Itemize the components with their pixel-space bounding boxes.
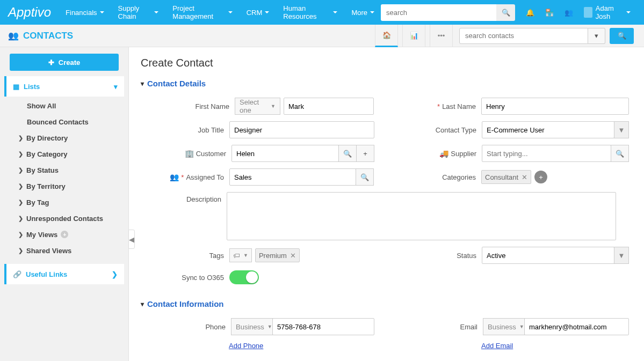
sub-search-button[interactable]: 🔍 <box>610 28 634 44</box>
menu-supply-chain[interactable]: Supply Chain <box>112 4 165 20</box>
create-button[interactable]: ✚ Create <box>10 54 119 71</box>
label-categories: Categories <box>395 173 481 181</box>
sidebar-item-my-views[interactable]: ❯My Views+ <box>4 226 124 242</box>
sidebar-item-unresponded[interactable]: ❯Unresponded Contacts <box>4 210 124 226</box>
label-job-title: Job Title <box>143 126 229 134</box>
sub-search-input[interactable] <box>459 28 588 44</box>
sidebar-item-by-status[interactable]: ❯By Status <box>4 162 124 178</box>
description-textarea[interactable] <box>227 192 616 240</box>
avatar <box>584 7 592 18</box>
section-contact-details: ▾ Contact Details First Name Select one▼… <box>141 79 629 284</box>
caret-down-icon <box>626 11 631 13</box>
chevron-right-icon: ❯ <box>18 135 23 142</box>
label-email: Email <box>397 323 483 331</box>
caret-down-icon: ▼ <box>243 253 248 258</box>
assigned-to-search-button[interactable]: 🔍 <box>356 168 374 186</box>
supplier-search-button[interactable]: 🔍 <box>611 145 629 162</box>
sidebar-item-shared-views[interactable]: ❯Shared Views <box>4 242 124 259</box>
phone-type-select[interactable]: Business▼ <box>231 318 273 335</box>
tag-type-button[interactable]: 🏷▼ <box>229 248 252 262</box>
contact-type-select[interactable] <box>482 121 614 138</box>
truck-icon: 🚚 <box>439 149 448 158</box>
caret-down-icon: ▼ <box>267 324 272 329</box>
top-nav: Apptivo Financials Supply Chain Project … <box>0 0 644 25</box>
label-last-name: *Last Name <box>395 102 481 110</box>
tag-icon: 🏷 <box>233 252 240 260</box>
section-head-details[interactable]: ▾ Contact Details <box>141 79 629 88</box>
label-contact-type: Contact Type <box>396 126 482 134</box>
sub-search: ▾ 🔍 <box>459 28 634 44</box>
status-dropdown[interactable]: ▼ <box>614 247 629 264</box>
customer-search-button[interactable]: 🔍 <box>338 145 357 162</box>
sidebar-lists-header[interactable]: ▦Lists ▾ <box>4 76 124 97</box>
sidebar-item-show-all[interactable]: Show All <box>4 98 124 114</box>
chevron-right-icon: ❯ <box>18 215 23 222</box>
chevron-right-icon: ❯ <box>18 151 23 158</box>
people-icon[interactable]: 👥 <box>565 9 573 17</box>
caret-down-icon <box>100 11 104 13</box>
add-email-link[interactable]: Add Email <box>481 342 513 350</box>
chevron-down-icon: ▾ <box>595 32 598 40</box>
label-first-name: First Name <box>149 102 235 110</box>
chevron-down-icon: ▾ <box>141 80 144 87</box>
contact-type-dropdown[interactable]: ▼ <box>614 121 629 138</box>
section-contact-info: ▾ Contact Information Phone Business▼ Em… <box>141 299 629 350</box>
customer-add-button[interactable]: + <box>356 145 374 162</box>
status-select[interactable] <box>482 247 614 264</box>
email-type-select[interactable]: Business▼ <box>483 318 525 335</box>
bell-icon[interactable]: 🔔 <box>526 9 534 17</box>
brand-logo[interactable]: Apptivo <box>5 5 59 20</box>
supplier-input[interactable] <box>482 145 611 162</box>
menu-hr[interactable]: Human Resources <box>277 4 344 20</box>
top-search-button[interactable]: 🔍 <box>496 4 515 21</box>
sidebar-item-by-directory[interactable]: ❯By Directory <box>4 130 124 146</box>
section-head-info[interactable]: ▾ Contact Information <box>141 299 629 308</box>
remove-tag-icon[interactable]: ✕ <box>522 173 527 181</box>
sidebar-item-bounced[interactable]: Bounced Contacts <box>4 114 124 130</box>
sync-toggle[interactable] <box>229 270 259 284</box>
store-icon[interactable]: 🏪 <box>545 9 554 17</box>
menu-financials[interactable]: Financials <box>59 4 111 20</box>
chart-icon[interactable]: 📊 <box>402 25 425 47</box>
job-title-input[interactable] <box>229 121 374 138</box>
more-icon[interactable]: ••• <box>430 25 453 47</box>
search-icon: 🔍 <box>360 173 369 181</box>
search-icon: 🔍 <box>502 9 510 17</box>
label-phone: Phone <box>145 323 231 331</box>
salutation-select[interactable]: Select one▼ <box>235 98 280 115</box>
sidebar-collapse-handle[interactable]: ◀ <box>128 230 135 249</box>
sidebar-item-by-category[interactable]: ❯By Category <box>4 146 124 162</box>
assigned-to-input[interactable] <box>229 168 356 186</box>
chevron-right-icon: ❯ <box>112 270 118 278</box>
menu-more[interactable]: More <box>345 4 381 20</box>
sub-search-dropdown[interactable]: ▾ <box>588 28 605 44</box>
plus-icon: ✚ <box>48 58 54 67</box>
phone-input[interactable] <box>272 318 374 335</box>
search-icon: 🔍 <box>343 150 352 158</box>
search-icon: 🔍 <box>616 150 624 158</box>
top-search-input[interactable] <box>381 4 496 21</box>
menu-crm[interactable]: CRM <box>240 4 276 20</box>
customer-input[interactable] <box>231 145 339 162</box>
add-phone-link[interactable]: Add Phone <box>229 342 263 350</box>
grid-icon: ▦ <box>13 83 19 91</box>
home-icon[interactable]: 🏠 <box>375 25 398 47</box>
first-name-input[interactable] <box>284 98 374 115</box>
sidebar-item-by-territory[interactable]: ❯By Territory <box>4 178 124 194</box>
sidebar-useful-links[interactable]: 🔗Useful Links ❯ <box>4 264 124 284</box>
add-view-icon[interactable]: + <box>61 231 68 238</box>
module-title: 👥 CONTACTS <box>8 31 73 41</box>
caret-down-icon <box>228 11 233 13</box>
menu-project-management[interactable]: Project Management <box>166 4 238 20</box>
last-name-input[interactable] <box>481 98 629 115</box>
add-category-button[interactable]: + <box>534 171 547 183</box>
user-menu[interactable]: Adam Josh <box>584 4 631 20</box>
top-icons: 🔔 🏪 👥 Adam Josh <box>515 4 639 20</box>
sidebar-item-by-tag[interactable]: ❯By Tag <box>4 194 124 210</box>
email-input[interactable] <box>524 318 629 335</box>
caret-down-icon <box>370 11 374 13</box>
label-status: Status <box>396 252 482 260</box>
remove-tag-icon[interactable]: ✕ <box>290 252 296 260</box>
chevron-right-icon: ❯ <box>18 167 23 174</box>
top-search: 🔍 <box>381 4 515 21</box>
